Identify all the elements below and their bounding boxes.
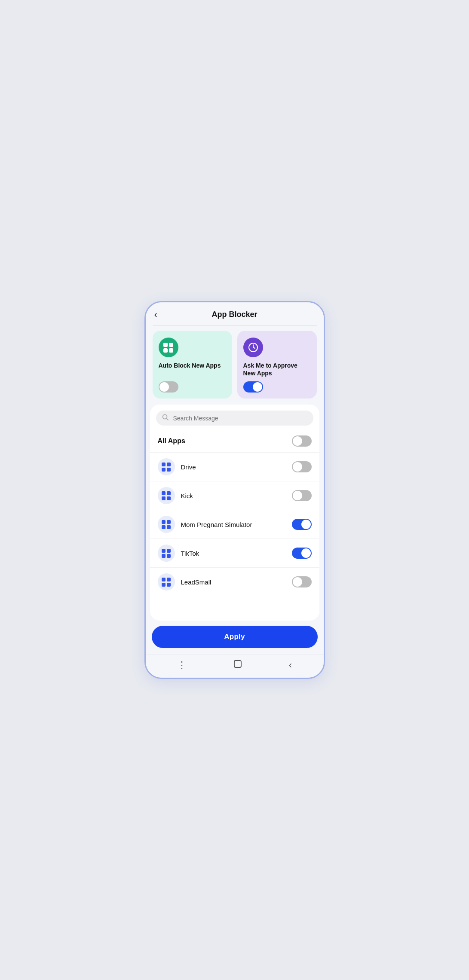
- tiktok-toggle[interactable]: [292, 548, 312, 559]
- all-apps-label: All Apps: [158, 437, 286, 445]
- search-icon: [162, 414, 169, 422]
- auto-block-icon: [159, 338, 178, 357]
- leadsmall-name: LeadSmall: [181, 578, 286, 586]
- tiktok-icon: [158, 545, 175, 562]
- toggle-knob: [159, 382, 169, 392]
- kick-row: Kick: [150, 481, 319, 510]
- toggle-knob: [293, 577, 302, 587]
- kick-grid-dots: [162, 491, 171, 500]
- page-title: App Blocker: [212, 310, 257, 319]
- drive-row: Drive: [150, 453, 319, 481]
- leadsmall-grid-dots: [162, 578, 171, 587]
- toggle-knob: [301, 548, 311, 558]
- ask-approve-icon: [243, 338, 263, 357]
- tiktok-row: TikTok: [150, 539, 319, 568]
- grid-dot: [163, 348, 168, 353]
- toggle-knob: [293, 436, 302, 446]
- all-apps-toggle[interactable]: [292, 435, 312, 447]
- grid-dot: [163, 343, 168, 347]
- apply-button[interactable]: Apply: [152, 626, 318, 648]
- header-divider: [153, 325, 317, 326]
- mom-pregnant-icon: [158, 516, 175, 533]
- toggle-knob: [293, 491, 302, 500]
- leadsmall-toggle[interactable]: [292, 576, 312, 587]
- back-button[interactable]: ‹: [154, 310, 157, 320]
- ask-approve-label: Ask Me to Approve New Apps: [243, 362, 311, 377]
- tiktok-name: TikTok: [181, 550, 286, 557]
- auto-block-card: Auto Block New Apps: [153, 331, 232, 399]
- leadsmall-icon: [158, 573, 175, 590]
- svg-rect-3: [234, 660, 241, 667]
- mom-grid-dots: [162, 520, 171, 529]
- kick-name: Kick: [181, 492, 286, 499]
- grid-dot: [169, 343, 173, 347]
- kick-toggle[interactable]: [292, 490, 312, 501]
- app-list-panel: All Apps Drive: [150, 405, 319, 621]
- toggle-knob: [293, 462, 302, 472]
- apply-button-wrap: Apply: [146, 621, 324, 654]
- toggle-knob: [301, 520, 311, 529]
- drive-toggle[interactable]: [292, 461, 312, 472]
- leadsmall-row: LeadSmall: [150, 568, 319, 596]
- bottom-nav: ⋮ ‹: [146, 654, 324, 678]
- cards-row: Auto Block New Apps Ask Me to Approve Ne…: [146, 331, 324, 405]
- phone-frame: ‹ App Blocker Auto Block New Apps: [144, 301, 325, 679]
- nav-home-icon[interactable]: [233, 659, 243, 672]
- all-apps-row: All Apps: [150, 430, 319, 453]
- header: ‹ App Blocker: [146, 302, 324, 323]
- drive-name: Drive: [181, 463, 286, 471]
- search-input[interactable]: [173, 415, 307, 422]
- nav-back-icon[interactable]: ‹: [289, 660, 292, 671]
- grid-dot: [169, 348, 173, 353]
- apps-grid-icon: [163, 343, 173, 353]
- ask-approve-card: Ask Me to Approve New Apps: [237, 331, 317, 399]
- auto-block-label: Auto Block New Apps: [159, 362, 226, 377]
- drive-icon: [158, 458, 175, 475]
- toggle-knob: [253, 382, 262, 392]
- kick-icon: [158, 487, 175, 504]
- clock-icon: [248, 342, 258, 353]
- search-box[interactable]: [156, 411, 313, 426]
- svg-line-2: [166, 419, 168, 420]
- mom-pregnant-toggle[interactable]: [292, 519, 312, 530]
- mom-pregnant-name: Mom Pregnant Simulator: [181, 521, 286, 528]
- tiktok-grid-dots: [162, 549, 171, 558]
- nav-menu-icon[interactable]: ⋮: [177, 660, 187, 671]
- ask-approve-toggle[interactable]: [243, 381, 263, 393]
- mom-pregnant-row: Mom Pregnant Simulator: [150, 510, 319, 539]
- auto-block-toggle[interactable]: [159, 381, 178, 393]
- drive-grid-dots: [162, 463, 171, 472]
